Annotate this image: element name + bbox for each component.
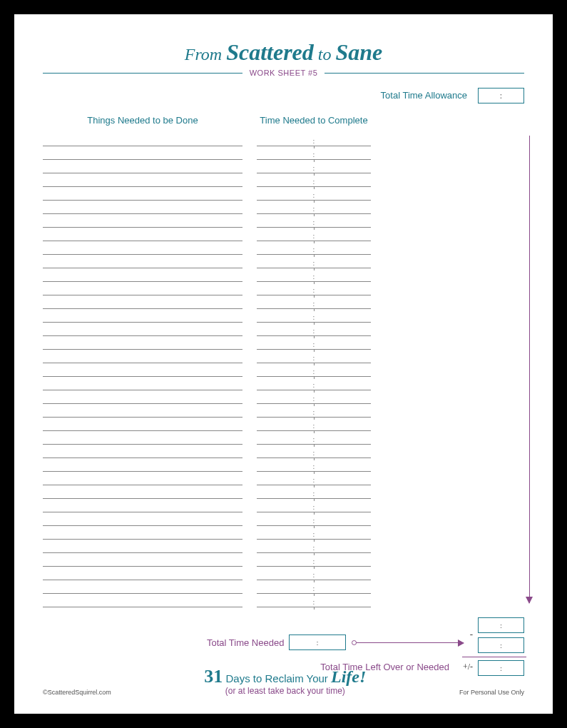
calc-needed-box[interactable]: : — [478, 637, 524, 653]
things-line[interactable] — [43, 363, 242, 377]
time-line[interactable] — [257, 363, 371, 377]
things-line[interactable] — [43, 458, 242, 472]
things-line[interactable] — [43, 336, 242, 350]
things-line[interactable] — [43, 431, 242, 445]
time-line[interactable] — [257, 458, 371, 472]
rule-right — [325, 73, 524, 74]
time-line[interactable] — [257, 431, 371, 445]
time-line[interactable] — [257, 309, 371, 323]
time-line[interactable] — [257, 146, 371, 160]
things-line[interactable] — [43, 187, 242, 201]
time-line[interactable] — [257, 214, 371, 228]
allowance-row: Total Time Allowance : — [43, 90, 524, 111]
time-line[interactable] — [257, 323, 371, 336]
things-line[interactable] — [43, 512, 242, 526]
things-line[interactable] — [43, 472, 242, 485]
things-lines — [43, 133, 242, 607]
total-time-needed-input[interactable]: : — [289, 635, 346, 650]
time-line[interactable] — [257, 350, 371, 363]
time-line[interactable] — [257, 241, 371, 255]
calc-allowance-box[interactable]: : — [478, 617, 524, 633]
time-line[interactable] — [257, 282, 371, 295]
things-line[interactable] — [43, 580, 242, 594]
things-line[interactable] — [43, 350, 242, 363]
time-line[interactable] — [257, 268, 371, 282]
time-line[interactable] — [257, 485, 371, 499]
tagline-number: 31 — [204, 666, 223, 687]
time-line[interactable] — [257, 512, 371, 526]
time-line[interactable] — [257, 228, 371, 241]
things-line[interactable] — [43, 323, 242, 336]
time-line[interactable] — [257, 540, 371, 553]
things-line[interactable] — [43, 146, 242, 160]
time-line[interactable] — [257, 336, 371, 350]
title-rule: WORK SHEET #5 — [43, 69, 524, 77]
time-line[interactable] — [257, 160, 371, 173]
things-line[interactable] — [43, 567, 242, 580]
title-to: to — [318, 45, 332, 64]
time-line[interactable] — [257, 445, 371, 458]
header: From Scattered to Sane WORK SHEET #5 — [43, 39, 524, 77]
title-from: From — [185, 45, 222, 64]
things-line[interactable] — [43, 377, 242, 390]
things-line[interactable] — [43, 404, 242, 418]
time-line[interactable] — [257, 201, 371, 214]
things-line[interactable] — [43, 445, 242, 458]
things-line[interactable] — [43, 390, 242, 404]
time-line[interactable] — [257, 295, 371, 309]
things-line[interactable] — [43, 255, 242, 268]
total-time-allowance-input[interactable]: : — [478, 88, 524, 103]
things-line[interactable] — [43, 418, 242, 431]
things-line[interactable] — [43, 526, 242, 540]
tagline: 31 Days to Reclaim Your Life! (or at lea… — [111, 666, 459, 696]
footer: ©ScatteredSquirrel.com 31 Days to Reclai… — [43, 666, 524, 696]
tagline-sub: (or at least take back your time) — [111, 686, 459, 696]
columns: Things Needed to be Done Time Needed to … — [43, 115, 524, 607]
time-line[interactable] — [257, 418, 371, 431]
time-line[interactable] — [257, 567, 371, 580]
time-heading: Time Needed to Complete — [257, 115, 371, 126]
things-heading: Things Needed to be Done — [43, 115, 242, 126]
things-line[interactable] — [43, 295, 242, 309]
things-line[interactable] — [43, 173, 242, 187]
page-title: From Scattered to Sane — [43, 39, 524, 66]
things-line[interactable] — [43, 485, 242, 499]
time-line[interactable] — [257, 594, 371, 607]
things-line[interactable] — [43, 214, 242, 228]
time-line[interactable] — [257, 472, 371, 485]
things-line[interactable] — [43, 594, 242, 607]
things-line[interactable] — [43, 201, 242, 214]
time-line[interactable] — [257, 187, 371, 201]
minus-sign: - — [470, 629, 473, 640]
time-column: Time Needed to Complete — [257, 115, 371, 607]
title-scattered: Scattered — [226, 39, 314, 65]
things-line[interactable] — [43, 133, 242, 146]
things-line[interactable] — [43, 540, 242, 553]
time-line[interactable] — [257, 390, 371, 404]
arrow-down-icon — [529, 136, 530, 603]
things-line[interactable] — [43, 241, 242, 255]
time-line[interactable] — [257, 526, 371, 540]
tagline-life: Life! — [331, 667, 366, 686]
tagline-middle: Days to Reclaim Your — [225, 672, 327, 684]
time-line[interactable] — [257, 377, 371, 390]
time-lines — [257, 133, 371, 607]
time-line[interactable] — [257, 173, 371, 187]
time-line[interactable] — [257, 133, 371, 146]
worksheet-page: From Scattered to Sane WORK SHEET #5 Tot… — [14, 14, 553, 714]
things-line[interactable] — [43, 553, 242, 567]
things-line[interactable] — [43, 309, 242, 323]
things-line[interactable] — [43, 228, 242, 241]
subtitle: WORK SHEET #5 — [250, 69, 318, 77]
things-line[interactable] — [43, 160, 242, 173]
time-line[interactable] — [257, 553, 371, 567]
time-line[interactable] — [257, 580, 371, 594]
things-line[interactable] — [43, 282, 242, 295]
time-line[interactable] — [257, 255, 371, 268]
time-line[interactable] — [257, 499, 371, 512]
time-line[interactable] — [257, 404, 371, 418]
things-line[interactable] — [43, 268, 242, 282]
things-line[interactable] — [43, 499, 242, 512]
rule-left — [43, 73, 242, 74]
things-column: Things Needed to be Done — [43, 115, 242, 607]
